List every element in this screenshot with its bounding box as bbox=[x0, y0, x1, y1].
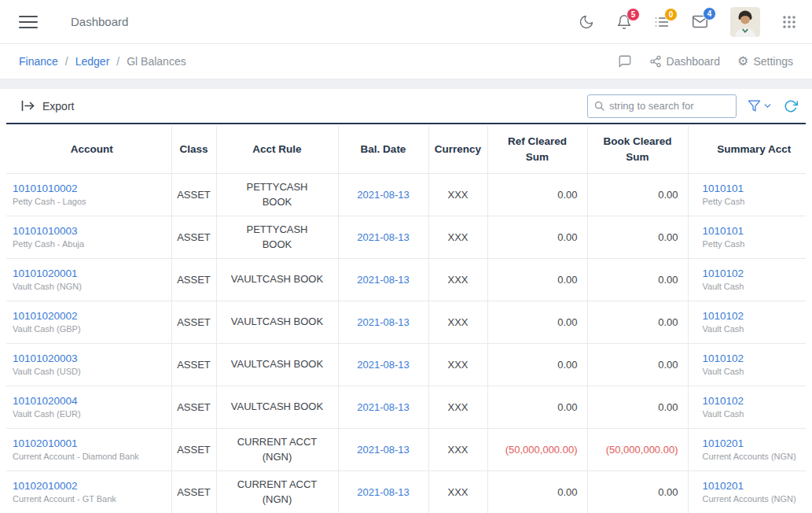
column-header-ref-cleared-sum[interactable]: Ref Cleared Sum bbox=[487, 126, 587, 173]
settings-link-label: Settings bbox=[753, 55, 793, 68]
account-link[interactable]: 10101020001 bbox=[13, 268, 171, 279]
currency-cell: XXX bbox=[428, 258, 487, 301]
account-desc: Petty Cash - Lagos bbox=[13, 197, 171, 206]
breadcrumb-ledger[interactable]: Ledger bbox=[75, 55, 110, 68]
bal-date-link[interactable]: 2021-08-13 bbox=[357, 486, 410, 498]
book-cleared-sum-cell: 0.00 bbox=[587, 301, 688, 343]
account-link[interactable]: 10101020004 bbox=[13, 395, 171, 407]
breadcrumb-separator: / bbox=[65, 55, 68, 68]
ref-cleared-sum-cell: (50,000,000.00) bbox=[487, 428, 587, 471]
dashboard-link-label: Dashboard bbox=[667, 55, 721, 68]
notifications-button[interactable]: 5 bbox=[616, 14, 632, 30]
book-cleared-sum-cell: 0.00 bbox=[587, 258, 688, 301]
acct-rule-cell: PETTYCASH BOOK bbox=[216, 173, 338, 216]
chat-icon bbox=[618, 54, 632, 68]
acct-rule-cell: VAULTCASH BOOK bbox=[216, 343, 338, 386]
summary-acct-link[interactable]: 1010102 bbox=[703, 352, 806, 364]
account-link[interactable]: 10101020002 bbox=[13, 310, 171, 322]
account-desc: Vault Cash (USD) bbox=[13, 367, 171, 376]
account-link[interactable]: 10102010001 bbox=[13, 437, 171, 449]
acct-rule-cell: VAULTCASH BOOK bbox=[216, 386, 338, 428]
table-row: 10101010003Petty Cash - Abuja ASSET PETT… bbox=[6, 216, 806, 258]
comments-button[interactable] bbox=[618, 54, 632, 68]
content-gap bbox=[0, 79, 812, 89]
account-link[interactable]: 10102010002 bbox=[13, 480, 171, 492]
bal-date-link[interactable]: 2021-08-13 bbox=[357, 189, 410, 201]
column-header-account[interactable]: Account bbox=[6, 126, 171, 173]
search-input[interactable] bbox=[609, 100, 730, 112]
breadcrumb-separator: / bbox=[116, 55, 119, 68]
acct-rule-cell: VAULTCASH BOOK bbox=[216, 301, 338, 343]
export-icon bbox=[20, 100, 35, 112]
messages-badge: 4 bbox=[703, 7, 716, 20]
acct-rule-cell: CURRENT ACCT (NGN) bbox=[216, 428, 338, 471]
account-link[interactable]: 10101020003 bbox=[13, 352, 171, 364]
column-header-acct-rule[interactable]: Acct Rule bbox=[216, 126, 338, 173]
menu-toggle-button[interactable] bbox=[19, 12, 38, 32]
summary-acct-link[interactable]: 1010201 bbox=[703, 437, 806, 449]
summary-acct-desc: Vault Cash bbox=[703, 324, 806, 334]
class-cell: ASSET bbox=[171, 343, 216, 386]
currency-cell: XXX bbox=[428, 471, 487, 513]
dark-mode-toggle[interactable] bbox=[579, 14, 594, 30]
summary-acct-desc: Vault Cash bbox=[703, 409, 806, 419]
tasks-badge: 0 bbox=[664, 8, 678, 21]
account-link[interactable]: 10101010003 bbox=[13, 225, 171, 237]
summary-acct-link[interactable]: 1010102 bbox=[703, 310, 806, 322]
column-header-class[interactable]: Class bbox=[171, 126, 216, 173]
table-header-row: Account Class Acct Rule Bal. Date Curren… bbox=[6, 126, 806, 173]
settings-link[interactable]: ⚙ Settings bbox=[737, 55, 793, 68]
column-header-summary-acct[interactable]: Summary Acct bbox=[688, 126, 806, 173]
tasks-button[interactable]: 0 bbox=[654, 14, 670, 30]
column-header-currency[interactable]: Currency bbox=[428, 126, 487, 173]
summary-acct-link[interactable]: 1010102 bbox=[703, 395, 806, 407]
ref-cleared-sum-cell: 0.00 bbox=[487, 258, 587, 301]
book-cleared-sum-cell: (50,000,000.00) bbox=[587, 428, 688, 471]
moon-icon bbox=[579, 14, 594, 30]
class-cell: ASSET bbox=[171, 301, 216, 343]
summary-acct-link[interactable]: 1010101 bbox=[703, 183, 806, 194]
bal-date-link[interactable]: 2021-08-13 bbox=[357, 316, 410, 328]
class-cell: ASSET bbox=[171, 386, 216, 428]
class-cell: ASSET bbox=[171, 173, 216, 216]
bal-date-link[interactable]: 2021-08-13 bbox=[357, 444, 410, 456]
currency-cell: XXX bbox=[428, 343, 487, 386]
bal-date-link[interactable]: 2021-08-13 bbox=[357, 231, 410, 243]
page-title: Dashboard bbox=[71, 15, 128, 28]
search-box bbox=[587, 94, 737, 118]
dashboard-link[interactable]: Dashboard bbox=[649, 55, 721, 68]
bal-date-link[interactable]: 2021-08-13 bbox=[357, 274, 410, 286]
refresh-icon bbox=[784, 99, 798, 113]
currency-cell: XXX bbox=[428, 173, 487, 216]
acct-rule-cell: VAULTCASH BOOK bbox=[216, 258, 338, 301]
apps-menu-button[interactable] bbox=[782, 15, 796, 29]
ref-cleared-sum-cell: 0.00 bbox=[487, 216, 587, 258]
summary-acct-link[interactable]: 1010102 bbox=[703, 268, 806, 279]
user-avatar[interactable] bbox=[730, 7, 760, 37]
breadcrumb-current: Gl Balances bbox=[127, 55, 186, 68]
book-cleared-sum-cell: 0.00 bbox=[587, 173, 688, 216]
account-link[interactable]: 10101010002 bbox=[13, 183, 171, 194]
column-header-bal-date[interactable]: Bal. Date bbox=[338, 126, 428, 173]
export-button[interactable]: Export bbox=[13, 100, 82, 113]
summary-acct-link[interactable]: 1010201 bbox=[703, 480, 806, 492]
book-cleared-sum-cell: 0.00 bbox=[587, 386, 688, 428]
breadcrumb-finance[interactable]: Finance bbox=[19, 55, 58, 68]
content-panel: Export bbox=[0, 89, 812, 513]
messages-button[interactable]: 4 bbox=[692, 13, 708, 30]
bal-date-link[interactable]: 2021-08-13 bbox=[357, 359, 410, 371]
account-desc: Vault Cash (EUR) bbox=[13, 409, 171, 419]
column-header-book-cleared-sum[interactable]: Book Cleared Sum bbox=[587, 126, 688, 173]
refresh-button[interactable] bbox=[784, 99, 798, 113]
bal-date-link[interactable]: 2021-08-13 bbox=[357, 401, 410, 413]
account-desc: Vault Cash (NGN) bbox=[13, 282, 171, 291]
filter-button[interactable] bbox=[748, 99, 773, 113]
gear-icon: ⚙ bbox=[737, 55, 748, 68]
table-row: 10101020001Vault Cash (NGN) ASSET VAULTC… bbox=[6, 258, 806, 301]
class-cell: ASSET bbox=[171, 471, 216, 513]
notification-badge: 5 bbox=[626, 8, 640, 21]
balances-table: Account Class Acct Rule Bal. Date Curren… bbox=[6, 126, 806, 513]
account-desc: Petty Cash - Abuja bbox=[13, 239, 171, 249]
summary-acct-link[interactable]: 1010101 bbox=[703, 225, 806, 237]
table-row: 10101010002Petty Cash - Lagos ASSET PETT… bbox=[6, 173, 806, 216]
